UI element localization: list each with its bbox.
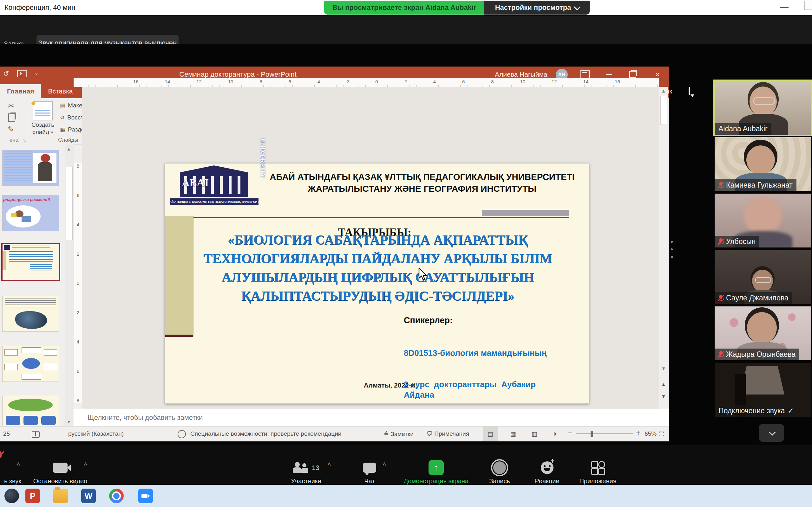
slide-thumbnail-panel: рларыңызға рахмет!!! xyxy=(0,145,74,426)
participant-name-label: Aidana Aubakir xyxy=(715,123,771,135)
zoom-slider[interactable] xyxy=(576,434,633,434)
language-indicator[interactable]: русский (Казахстан) xyxy=(68,430,124,437)
share-screen-icon: ↑ xyxy=(428,460,444,475)
share-screen-button[interactable]: ↑ Демонстрация экрана xyxy=(398,445,474,487)
comments-toggle[interactable]: 🗩 Примечания xyxy=(426,430,469,437)
fit-to-window-icon[interactable]: ⛶ xyxy=(659,430,664,438)
participant-video[interactable]: Aidana Aubakir xyxy=(715,81,811,135)
participant-name-label: Сауле Джамилова xyxy=(715,292,792,304)
slide[interactable]: ABAI UNIVERSITY АБАЙ АТЫНДАҒЫ ҚАЗАҚ ҰЛТТ… xyxy=(165,163,589,404)
header-divider-line xyxy=(180,217,569,218)
stop-video-button[interactable]: Остановить видео ˄ xyxy=(32,445,89,487)
slide-thumbnail-5[interactable] xyxy=(3,346,59,382)
participant-video[interactable]: Сауле Джамилова xyxy=(715,250,811,304)
spellcheck-icon[interactable] xyxy=(32,431,40,438)
reactions-button[interactable]: + Реакции xyxy=(526,445,568,487)
participant-name: Камиева Гульжанат xyxy=(726,181,793,189)
panel-resize-handle[interactable] xyxy=(670,239,673,260)
new-slide-icon[interactable]: ✸ xyxy=(33,101,53,120)
participant-video[interactable]: Улбосын xyxy=(715,193,811,247)
notes-pane[interactable]: Щелкните, чтобы добавить заметки xyxy=(73,409,669,427)
slide-header: АБАЙ АТЫНДАҒЫ ҚАЗАҚ ҰЛТТЫҚ ПЕДАГОГИКАЛЫҚ… xyxy=(262,171,582,194)
slide-thumbnail-2[interactable]: рларыңызға рахмет!!! xyxy=(3,195,59,231)
participant-name-label: Камиева Гульжанат xyxy=(715,179,797,191)
header-line-2: ЖАРАТЫЛЫСТАНУ ЖӘНЕ ГЕОГРАФИЯ ИНСТИТУТЫ xyxy=(262,183,582,194)
clipboard-launcher-icon[interactable]: ↘ xyxy=(22,138,26,143)
zoom-out-icon[interactable]: − xyxy=(568,429,572,437)
thumbnail-scrollbar[interactable]: ▲ ▼ xyxy=(65,145,73,426)
slide-thumbnail-3-current[interactable] xyxy=(3,244,59,280)
chrome-icon[interactable] xyxy=(109,489,124,503)
mute-label: ь звук xyxy=(4,477,21,485)
copy-icon[interactable] xyxy=(8,113,15,122)
slide-sorter-icon[interactable]: ▦ xyxy=(506,427,520,441)
mouse-cursor-icon xyxy=(418,268,428,281)
chat-button[interactable]: Чат ˄ xyxy=(352,445,387,487)
zoom-taskbar-icon[interactable] xyxy=(138,489,153,503)
participant-video[interactable]: Жадыра Орынбаева xyxy=(715,306,811,360)
video-placeholder xyxy=(747,312,777,344)
chevron-up-icon[interactable]: ˄ xyxy=(383,460,386,468)
scroll-up-icon[interactable]: ▲ xyxy=(659,88,668,94)
chevron-up-icon[interactable]: ˄ xyxy=(84,460,88,468)
zoom-in-icon[interactable]: + xyxy=(636,429,641,437)
previous-slide-icon[interactable]: ▲ xyxy=(659,382,668,387)
zoom-record-bar: Запись Звук оригинала для музыкантов вык… xyxy=(0,15,812,44)
zoom-level[interactable]: 65% xyxy=(645,430,657,437)
account-name[interactable]: Алиева Нагыйма xyxy=(495,71,548,78)
next-slide-icon[interactable]: ▼ xyxy=(659,394,668,399)
slide-thumbnail-4[interactable] xyxy=(3,296,59,331)
camera-icon xyxy=(53,463,67,473)
scroll-down-icon[interactable]: ▼ xyxy=(659,366,668,371)
reading-view-icon[interactable]: ▥ xyxy=(527,427,542,441)
horizontal-ruler[interactable]: 1614121086420246810121416 xyxy=(73,78,659,87)
mute-button[interactable]: ь звук ˄ xyxy=(0,445,26,487)
slide-scrollbar[interactable]: ▲ ▼ ▲ ▼ xyxy=(659,87,668,409)
chevron-up-icon[interactable]: ˄ xyxy=(16,460,20,468)
accessibility-status[interactable]: Специальные возможности: проверьте реком… xyxy=(190,430,341,437)
ppt-window-title: Семинар докторантура - PowerPoint xyxy=(0,70,476,78)
scroll-up-icon[interactable]: ▲ xyxy=(65,145,73,153)
chevron-down-icon xyxy=(574,3,580,10)
glasses-icon xyxy=(755,277,771,283)
notes-toggle[interactable]: ≜ Заметки xyxy=(384,430,414,438)
collapse-videos-button[interactable] xyxy=(759,424,784,442)
folder-icon[interactable] xyxy=(53,489,68,503)
screen: Конференция, 40 мин Вы просматриваете эк… xyxy=(0,0,812,507)
slide-thumbnail-1[interactable] xyxy=(3,150,59,186)
scrollbar-thumb[interactable] xyxy=(66,167,72,240)
apps-button[interactable]: Приложения xyxy=(572,445,623,487)
comments-icon[interactable] xyxy=(689,87,690,95)
normal-view-icon[interactable]: ▤ xyxy=(483,427,498,441)
participant-name: Жадыра Орынбаева xyxy=(726,350,796,359)
participant-video[interactable]: Подключение звука ✓ xyxy=(715,363,811,417)
zoom-slider-thumb[interactable] xyxy=(591,431,593,437)
zoom-top-bar: Конференция, 40 мин Вы просматриваете эк… xyxy=(0,0,812,15)
scroll-down-icon[interactable]: ▼ xyxy=(65,418,73,426)
participant-video[interactable]: Камиева Гульжанат xyxy=(715,137,811,191)
minimize-icon[interactable] xyxy=(780,7,789,8)
powerpoint-taskbar-icon[interactable]: P xyxy=(26,489,40,503)
ribbon-group-clipboard: ✂ ✎ ена ↘ xyxy=(0,98,28,145)
university-logo: ABAI UNIVERSITY АБАЙ АТЫНДАҒЫ ҚАЗАҚ ҰЛТТ… xyxy=(170,165,258,206)
scrollbar-thumb[interactable] xyxy=(660,96,667,125)
cut-icon[interactable]: ✂ xyxy=(8,101,14,110)
view-settings-button[interactable]: Настройки просмотра xyxy=(484,1,590,14)
speakers-label: Спикерлер: xyxy=(404,316,453,326)
record-button[interactable]: Запись xyxy=(480,445,519,487)
new-slide-button[interactable]: Создать слайд ˅ xyxy=(30,121,56,136)
window-control-icon[interactable] xyxy=(804,1,812,10)
format-painter-icon[interactable]: ✎ xyxy=(8,125,14,134)
slideshow-view-icon[interactable]: ⏵ xyxy=(548,427,563,441)
vertical-ruler[interactable]: 864202468 xyxy=(74,163,82,403)
slide-footer: Алматы, 2022 ж. xyxy=(343,382,438,389)
taskbar-app-circle-icon[interactable] xyxy=(4,489,19,503)
accessibility-icon[interactable] xyxy=(177,430,186,438)
chevron-up-icon[interactable]: ˄ xyxy=(327,460,331,468)
word-icon[interactable]: W xyxy=(81,489,96,503)
muted-mic-icon xyxy=(718,295,723,302)
participant-name: Aidana Aubakir xyxy=(718,124,768,133)
participants-button[interactable]: 13 Участники ˄ xyxy=(282,445,330,487)
speakers-line-1: 8D01513-биология мамандығының xyxy=(404,348,553,358)
tab-home[interactable]: Главная xyxy=(0,84,41,98)
